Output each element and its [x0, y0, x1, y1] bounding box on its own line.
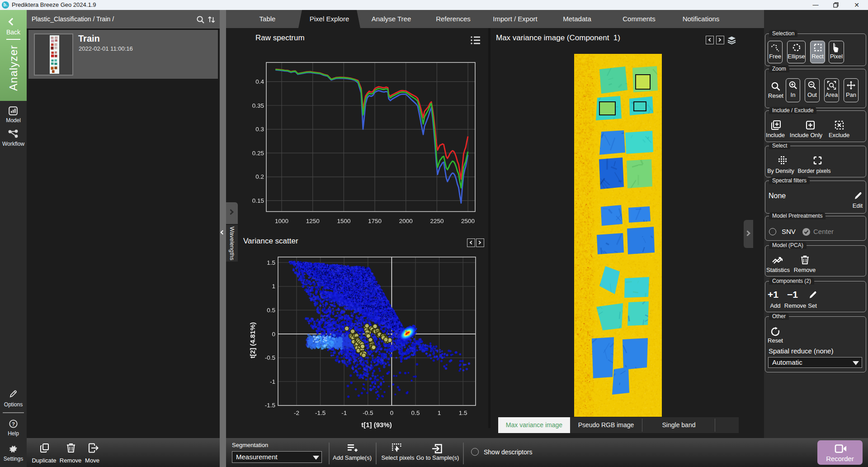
svg-text:?: ? [12, 421, 15, 427]
